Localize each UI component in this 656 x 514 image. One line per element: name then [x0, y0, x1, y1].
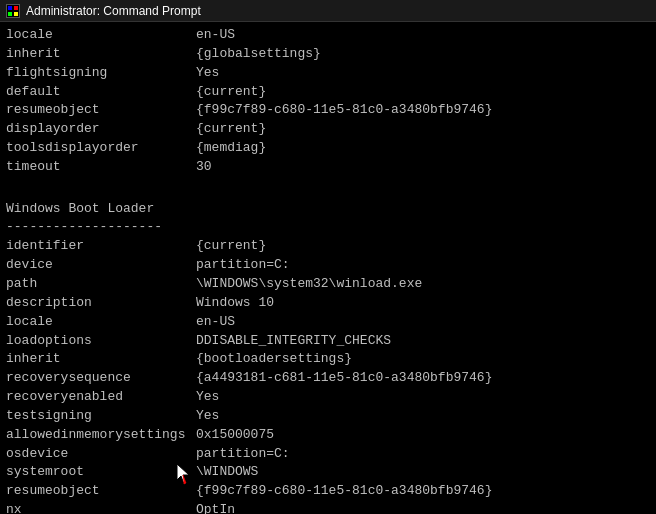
line-value: 0x15000075 [196, 426, 274, 445]
line-value: {a4493181-c681-11e5-81c0-a3480bfb9746} [196, 369, 492, 388]
line-value: {current} [196, 237, 266, 256]
line-key: displayorder [6, 120, 196, 139]
console-line: inherit{globalsettings} [6, 45, 650, 64]
console-line: localeen-US [6, 26, 650, 45]
line-key: recoveryenabled [6, 388, 196, 407]
console-line: recoverysequence{a4493181-c681-11e5-81c0… [6, 369, 650, 388]
console-line: displayorder{current} [6, 120, 650, 139]
console-window[interactable]: localeen-USinherit{globalsettings}flight… [0, 22, 656, 514]
line-key: locale [6, 26, 196, 45]
line-value: OptIn [196, 501, 235, 514]
console-line: descriptionWindows 10 [6, 294, 650, 313]
console-line: nxOptIn [6, 501, 650, 514]
line-key: toolsdisplayorder [6, 139, 196, 158]
line-value: {f99c7f89-c680-11e5-81c0-a3480bfb9746} [196, 482, 492, 501]
line-value: DDISABLE_INTEGRITY_CHECKS [196, 332, 391, 351]
line-value: {current} [196, 120, 266, 139]
line-key: description [6, 294, 196, 313]
line-value: partition=C: [196, 256, 290, 275]
line-key: identifier [6, 237, 196, 256]
svg-rect-3 [14, 12, 18, 16]
title-bar-text: Administrator: Command Prompt [26, 4, 201, 18]
line-key: nx [6, 501, 196, 514]
console-line: Windows Boot Loader [6, 196, 650, 219]
line-key: testsigning [6, 407, 196, 426]
line-value: Yes [196, 407, 219, 426]
line-key: device [6, 256, 196, 275]
console-line: resumeobject{f99c7f89-c680-11e5-81c0-a34… [6, 101, 650, 120]
console-line: resumeobject{f99c7f89-c680-11e5-81c0-a34… [6, 482, 650, 501]
console-line: devicepartition=C: [6, 256, 650, 275]
console-line: loadoptionsDDISABLE_INTEGRITY_CHECKS [6, 332, 650, 351]
line-value: Yes [196, 388, 219, 407]
console-line: -------------------- [6, 218, 650, 237]
line-key: resumeobject [6, 101, 196, 120]
line-key: osdevice [6, 445, 196, 464]
line-key: allowedinmemorysettings [6, 426, 196, 445]
console-line: inherit{bootloadersettings} [6, 350, 650, 369]
line-value: en-US [196, 26, 235, 45]
console-line: timeout30 [6, 158, 650, 177]
console-line: identifier{current} [6, 237, 650, 256]
section-header: Windows Boot Loader [6, 200, 154, 219]
line-key: inherit [6, 350, 196, 369]
line-value: Yes [196, 64, 219, 83]
line-key: resumeobject [6, 482, 196, 501]
line-key: flightsigning [6, 64, 196, 83]
line-key: inherit [6, 45, 196, 64]
console-line: path\WINDOWS\system32\winload.exe [6, 275, 650, 294]
line-value: {globalsettings} [196, 45, 321, 64]
console-line: allowedinmemorysettings0x15000075 [6, 426, 650, 445]
console-line: toolsdisplayorder{memdiag} [6, 139, 650, 158]
line-value: {memdiag} [196, 139, 266, 158]
line-value: 30 [196, 158, 212, 177]
title-bar-icon [6, 4, 20, 18]
line-value: {current} [196, 83, 266, 102]
line-value: en-US [196, 313, 235, 332]
svg-rect-1 [14, 6, 18, 10]
line-key: systemroot [6, 463, 196, 482]
line-key: loadoptions [6, 332, 196, 351]
line-key: locale [6, 313, 196, 332]
line-value: {f99c7f89-c680-11e5-81c0-a3480bfb9746} [196, 101, 492, 120]
line-key: timeout [6, 158, 196, 177]
line-value: partition=C: [196, 445, 290, 464]
title-bar: Administrator: Command Prompt [0, 0, 656, 22]
line-value: Windows 10 [196, 294, 274, 313]
svg-rect-2 [8, 12, 12, 16]
console-line: default{current} [6, 83, 650, 102]
console-line: localeen-US [6, 313, 650, 332]
console-line: osdevicepartition=C: [6, 445, 650, 464]
console-line: flightsigningYes [6, 64, 650, 83]
line-value: \WINDOWS\system32\winload.exe [196, 275, 422, 294]
line-value: {bootloadersettings} [196, 350, 352, 369]
svg-rect-0 [8, 6, 12, 10]
separator: -------------------- [6, 218, 162, 237]
console-line: testsigningYes [6, 407, 650, 426]
console-line [6, 177, 650, 196]
console-line: recoveryenabledYes [6, 388, 650, 407]
console-line: systemroot\WINDOWS [6, 463, 650, 482]
line-key: path [6, 275, 196, 294]
line-value: \WINDOWS [196, 463, 258, 482]
line-key: default [6, 83, 196, 102]
line-key: recoverysequence [6, 369, 196, 388]
